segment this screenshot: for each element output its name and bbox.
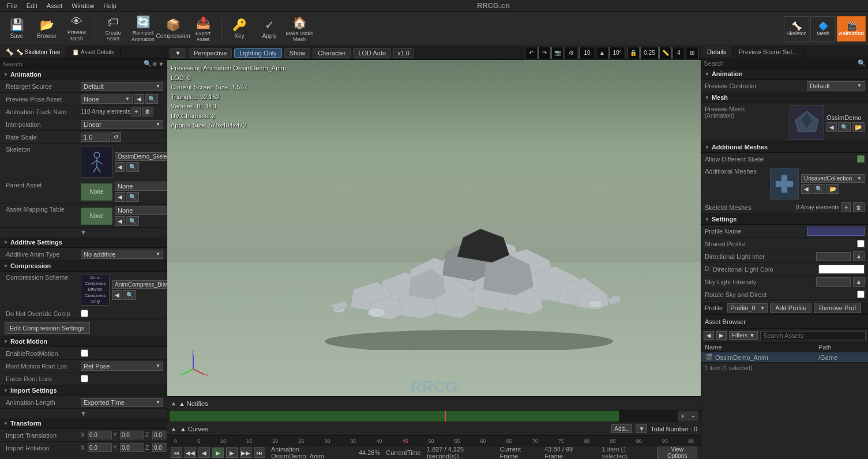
- additional-meshes-header[interactable]: Additional Meshes: [701, 142, 868, 153]
- add-mesh-search[interactable]: 🔍: [813, 184, 825, 194]
- browse-button[interactable]: 📂 Browse: [32, 13, 61, 44]
- asset-nav-fwd[interactable]: ▶: [716, 331, 727, 340]
- shared-profile-checkbox[interactable]: [857, 240, 865, 247]
- enable-root-motion-checkbox[interactable]: [81, 349, 88, 357]
- additive-anim-type-dropdown[interactable]: No additive: [81, 250, 163, 259]
- play-btn[interactable]: ▶: [212, 447, 224, 458]
- skeleton-mode-button[interactable]: 🦴 Skeleton: [784, 16, 809, 42]
- tab-preview-scene[interactable]: Preview Scene Set...: [733, 46, 804, 58]
- parent-asset-search[interactable]: 🔍: [126, 192, 139, 202]
- edit-compression-button[interactable]: Edit Compression Settings: [5, 322, 90, 334]
- apply-button[interactable]: ✓ Apply: [255, 13, 284, 44]
- add-profile-button[interactable]: Add Profile: [770, 303, 811, 313]
- skeleton-name-dropdown[interactable]: OssimDemo_Skeleton: [115, 152, 167, 161]
- details-animation-header[interactable]: Animation: [701, 69, 868, 80]
- additive-settings-header[interactable]: Additive Settings: [0, 237, 167, 248]
- anim-track-add[interactable]: +: [131, 107, 141, 116]
- redo-btn[interactable]: ↷: [538, 47, 551, 59]
- allow-diff-skel-checkbox[interactable]: [857, 155, 865, 163]
- next-btn[interactable]: ▶: [226, 447, 238, 458]
- prev-frame-btn[interactable]: ◀◀: [185, 447, 196, 458]
- add-mesh-back[interactable]: ◀: [801, 184, 811, 194]
- timeline-add-btn[interactable]: +: [678, 411, 688, 422]
- do-not-override-checkbox[interactable]: [81, 310, 88, 317]
- compression-search[interactable]: 🔍: [123, 290, 136, 300]
- preview-pose-search[interactable]: 🔍: [145, 94, 158, 104]
- transform-header[interactable]: Transform: [0, 418, 167, 429]
- skeletal-meshes-del[interactable]: 🗑: [853, 202, 865, 212]
- anim-length-dropdown[interactable]: Exported Time: [81, 398, 163, 407]
- details-mesh-header[interactable]: Mesh: [701, 92, 868, 103]
- create-asset-button[interactable]: 🏷 Create Asset: [99, 13, 127, 44]
- mesh-mode-button[interactable]: 🔷 Mesh: [810, 16, 836, 42]
- menu-asset[interactable]: Asset: [42, 1, 67, 10]
- eye-icon[interactable]: 👁: [152, 61, 158, 67]
- show-btn[interactable]: Show: [284, 48, 311, 58]
- grid-btn[interactable]: ⊞: [686, 47, 698, 59]
- sky-light-input[interactable]: 1.0: [816, 277, 851, 287]
- menu-window[interactable]: Window: [67, 1, 99, 10]
- profile-name-input[interactable]: Profile_0: [807, 227, 865, 236]
- skeleton-search[interactable]: 🔍: [126, 162, 139, 172]
- asset-row[interactable]: 🎬 OssimDemo_Anim /Game: [701, 352, 868, 363]
- notifies-expand[interactable]: ▲: [171, 400, 176, 407]
- save-button[interactable]: 💾 Save: [2, 13, 31, 44]
- num10-btn[interactable]: 10: [579, 47, 595, 59]
- asset-nav-back[interactable]: ◀: [704, 331, 714, 340]
- viewport-dropdown[interactable]: ▼: [170, 48, 186, 58]
- viewport-3d[interactable]: Previewing Animation OssimDemo_Anim LOD:…: [167, 60, 701, 396]
- asset-mapping-search[interactable]: 🔍: [126, 216, 139, 226]
- sky-light-spin[interactable]: ▲: [853, 277, 865, 287]
- settings-header[interactable]: Settings: [701, 214, 868, 225]
- go-end-btn[interactable]: ⏭: [254, 447, 265, 458]
- anim-btn[interactable]: ⚙: [565, 47, 577, 59]
- root-motion-header[interactable]: Root Motion: [0, 336, 167, 347]
- timeline-sub-btn[interactable]: -: [688, 411, 698, 422]
- rotation-z[interactable]: [152, 443, 167, 452]
- rotate-sky-checkbox[interactable]: [857, 291, 865, 298]
- camera-btn[interactable]: 📷: [551, 47, 564, 59]
- anim-track-del[interactable]: 🗑: [142, 107, 153, 116]
- compression-button[interactable]: 📦 Compression: [159, 13, 187, 44]
- angle-btn[interactable]: 10°: [609, 47, 625, 59]
- preview-controller-dropdown[interactable]: Default: [807, 81, 865, 91]
- asset-search-input[interactable]: [760, 331, 866, 340]
- expand-more-2[interactable]: ▼: [0, 409, 167, 418]
- compression-header[interactable]: Compression: [0, 261, 167, 272]
- root-motion-loc-dropdown[interactable]: Ref Pose: [81, 362, 163, 371]
- additional-meshes-dropdown[interactable]: UnsavedCollection: [801, 174, 865, 183]
- lod-btn[interactable]: LOD Auto: [353, 48, 391, 58]
- tab-asset-details[interactable]: 📋 Asset Details: [66, 46, 121, 58]
- filter-icon[interactable]: ▼: [158, 61, 164, 67]
- dir-light-spin[interactable]: ▲: [853, 251, 865, 261]
- translation-x[interactable]: [88, 431, 112, 439]
- dir-light-color-swatch[interactable]: [818, 265, 865, 274]
- curves-expand[interactable]: ▲: [171, 426, 176, 432]
- timeline-cursor[interactable]: [445, 411, 446, 422]
- remove-profile-button[interactable]: Remove Prof: [814, 303, 861, 313]
- menu-file[interactable]: File: [2, 1, 22, 10]
- compression-scheme-dropdown[interactable]: AnimCompress_BitwiseCo...: [112, 280, 167, 289]
- key-button[interactable]: 🔑 Key: [225, 13, 254, 44]
- dir-light-input[interactable]: 1.0: [816, 252, 851, 261]
- compression-back[interactable]: ◀: [112, 290, 122, 300]
- parent-asset-dropdown[interactable]: None: [115, 182, 167, 191]
- make-static-button[interactable]: 🏠 Make Static Mesh: [285, 13, 314, 44]
- asset-mapping-dropdown[interactable]: None: [115, 206, 167, 215]
- view-options-btn[interactable]: View Options: [657, 445, 697, 459]
- interpolation-dropdown[interactable]: Linear: [81, 120, 163, 129]
- force-root-lock-checkbox[interactable]: [81, 375, 88, 382]
- add-curve-dropdown[interactable]: ▼: [636, 424, 647, 433]
- snap-btn[interactable]: 🔒: [627, 47, 640, 59]
- add-mesh-open[interactable]: 📂: [826, 184, 839, 194]
- prev-btn[interactable]: ◀: [198, 447, 210, 458]
- reimport-button[interactable]: 🔄 Reimport Animation: [129, 13, 157, 44]
- translation-y[interactable]: [120, 431, 144, 439]
- asset-mapping-back[interactable]: ◀: [115, 216, 125, 226]
- retarget-source-dropdown[interactable]: Default: [81, 82, 163, 91]
- rate-scale-spin[interactable]: ↺: [111, 132, 121, 142]
- skeleton-back[interactable]: ◀: [115, 162, 125, 172]
- right-search-input[interactable]: [704, 60, 858, 67]
- measure-btn[interactable]: 📏: [659, 47, 672, 59]
- preview-pose-back[interactable]: ◀: [134, 94, 144, 104]
